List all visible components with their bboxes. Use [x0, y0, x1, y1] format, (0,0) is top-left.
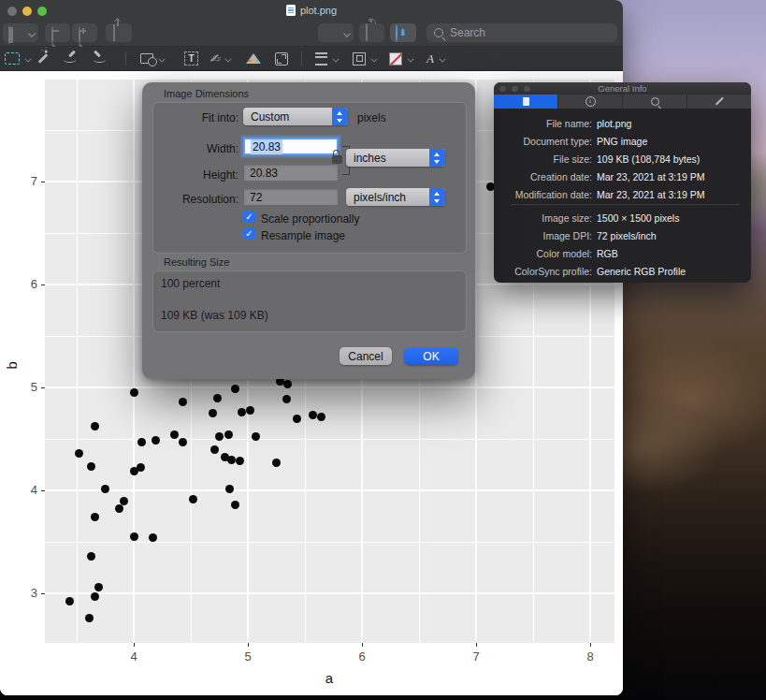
data-point [272, 459, 281, 467]
shape-style-button[interactable] [315, 47, 339, 70]
pixels-unit-label: pixels [357, 111, 404, 124]
data-point [115, 504, 123, 513]
search-field[interactable] [426, 23, 617, 42]
resulting-percent: 100 percent [161, 277, 220, 290]
height-field[interactable]: 20.83 [243, 164, 339, 182]
info-panel-title: General Info [598, 83, 646, 94]
cancel-button[interactable]: Cancel [340, 347, 392, 365]
data-point [120, 497, 128, 505]
window-title: plot.png [300, 5, 337, 16]
sketch-button[interactable] [64, 47, 76, 70]
border-color-button[interactable] [353, 47, 377, 70]
gridline-minor [45, 439, 614, 440]
data-point [209, 409, 217, 417]
scale-proportionally-checkbox[interactable]: ✓ [243, 211, 255, 223]
rotate-button[interactable] [359, 23, 384, 42]
share-icon [113, 24, 115, 41]
shapes-icon [140, 53, 153, 64]
resize-icon [275, 52, 288, 66]
sign-button[interactable]: ✍ [210, 47, 231, 70]
share-button[interactable] [106, 23, 132, 42]
highlight-button[interactable] [318, 23, 354, 42]
gridline-major [45, 592, 614, 594]
x-tick-label: 6 [348, 649, 376, 664]
toolbar-divider [125, 51, 126, 66]
document-icon [523, 97, 529, 106]
gridline-minor [77, 80, 78, 643]
gridline-major [475, 80, 477, 643]
zoom-out-button[interactable] [45, 23, 70, 42]
minimize-button[interactable] [512, 86, 518, 93]
shapes-button[interactable] [140, 47, 165, 70]
data-point [137, 438, 146, 446]
instant-alpha-button[interactable] [37, 47, 49, 70]
search-input[interactable] [448, 25, 610, 40]
image-dpi-value: 72 pixels/inch [597, 230, 657, 241]
tab-general-info[interactable] [494, 95, 558, 109]
color-model-label: Color model: [494, 248, 592, 259]
x-tick-label: 7 [462, 649, 490, 664]
adjust-color-button[interactable] [246, 47, 261, 70]
lock-icon [332, 155, 342, 164]
y-tick-label: 6 [19, 277, 37, 291]
gridline-minor [45, 542, 614, 543]
text-style-button[interactable]: A [426, 47, 445, 70]
document-type-label: Document type: [494, 136, 592, 147]
resolution-field[interactable]: 72 [243, 188, 339, 206]
chevron-down-icon [439, 55, 445, 62]
scale-proportionally-label: Scale proportionally [261, 212, 359, 226]
title-bar: plot.png [0, 0, 623, 21]
size-unit-popup[interactable]: inches [346, 149, 445, 167]
separator [511, 204, 740, 205]
tab-more-info[interactable]: i [558, 95, 623, 109]
data-point [224, 430, 233, 439]
x-tick [248, 643, 249, 647]
selection-tool-button[interactable] [5, 47, 31, 70]
data-point [317, 413, 325, 421]
markup-toolbar-toggle[interactable] [390, 23, 416, 42]
adjust-size-button[interactable] [275, 47, 288, 70]
zoom-out-icon [51, 26, 53, 44]
text-tool-icon: T [184, 51, 198, 66]
zoom-window-button[interactable] [524, 86, 530, 93]
toolbar [0, 21, 623, 47]
x-axis-title: a [315, 670, 343, 686]
text-box-button[interactable]: T [184, 47, 198, 70]
fill-color-icon [389, 52, 402, 66]
close-button[interactable] [499, 86, 506, 93]
tab-keywords[interactable] [623, 95, 687, 109]
data-point [75, 449, 83, 458]
data-point [236, 457, 244, 465]
y-tick-label: 3 [19, 586, 37, 600]
x-tick [134, 643, 135, 647]
y-tick [41, 284, 45, 285]
data-point [213, 394, 222, 402]
fit-into-popup[interactable]: Custom [243, 108, 348, 125]
width-field[interactable]: 20.83 [243, 138, 339, 155]
chevron-down-icon [158, 55, 165, 62]
modification-date-value: Mar 23, 2021 at 3:19 PM [597, 189, 705, 200]
zoom-in-button[interactable] [72, 23, 97, 42]
tab-annotations[interactable] [687, 95, 751, 109]
resample-image-checkbox[interactable]: ✓ [243, 227, 255, 240]
chevron-down-icon [28, 30, 36, 37]
x-tick-label: 5 [234, 649, 262, 664]
data-point [91, 592, 99, 601]
markup-toolbar: T ✍ A [0, 47, 623, 71]
resulting-bytes: 109 KB (was 109 KB) [161, 309, 268, 322]
image-size-value: 1500 × 1500 pixels [597, 212, 679, 224]
line-style-icon [315, 52, 327, 66]
sidebar-button[interactable] [3, 23, 38, 42]
y-tick [41, 593, 45, 594]
fill-color-button[interactable] [389, 47, 413, 70]
file-name-value: plot.png [597, 118, 631, 129]
search-icon [651, 97, 659, 106]
ok-button[interactable]: OK [404, 347, 458, 365]
chevron-down-icon [24, 55, 31, 62]
draw-button[interactable] [94, 47, 106, 70]
prism-icon [246, 53, 261, 64]
popup-stepper-icon [332, 108, 348, 125]
resolution-unit-popup[interactable]: pixels/inch [346, 188, 445, 206]
y-tick-label: 4 [19, 483, 37, 497]
file-size-value: 109 KB (108,784 bytes) [597, 153, 700, 165]
